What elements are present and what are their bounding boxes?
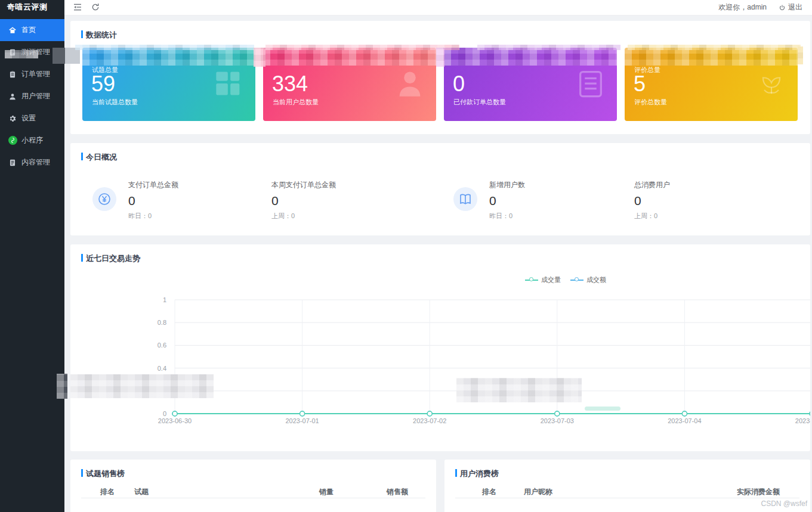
card-bottom-label: 当前用户总数量 — [273, 98, 319, 107]
welcome-text: 欢迎你，admin — [718, 2, 767, 13]
stat-card-users: 334 当前用户总数量 — [263, 48, 436, 121]
censor-mosaic — [70, 374, 214, 398]
metric-sub: 昨日：0 — [128, 212, 263, 221]
censor-mosaic — [75, 45, 254, 50]
legend-marker-icon — [525, 280, 538, 281]
document-icon — [8, 158, 17, 167]
grid-icon — [214, 67, 245, 100]
svg-text:0.4: 0.4 — [158, 365, 166, 372]
collapse-sidebar-icon[interactable] — [73, 2, 84, 13]
svg-text:2023-07-05: 2023-07-05 — [795, 417, 810, 424]
table-divider — [81, 498, 425, 498]
censor-mosaic — [57, 374, 67, 399]
section-title-sales-rank: 试题销售榜 — [81, 468, 125, 479]
miniprogram-icon — [8, 136, 17, 145]
censor-mosaic — [628, 45, 801, 50]
column-header-rank: 排名 — [100, 487, 115, 497]
stat-card-paid-orders: 0 已付款订单总数量 — [444, 48, 617, 121]
card-value: 0 — [453, 72, 465, 97]
metric-week-paid-total: 本周支付订单总金额 0 上周：0 — [271, 180, 406, 221]
sidebar-item-miniprogram[interactable]: 小程序 — [0, 129, 64, 151]
censor-mosaic — [585, 407, 620, 411]
censor-mosaic — [477, 45, 620, 50]
svg-text:1: 1 — [163, 296, 166, 303]
metric-value: 0 — [271, 194, 406, 208]
stats-panel: 数据统计 试题总量 59 当前试题总数量 334 当前用户总数量 0 已付款订单… — [70, 21, 810, 134]
section-title-trend: 近七日交易走势 — [81, 253, 140, 264]
metric-value: 0 — [128, 194, 263, 208]
censor-mosaic — [798, 46, 803, 64]
section-title-today: 今日概况 — [81, 152, 117, 163]
today-panel: 今日概况 支付订单总金额 0 昨日：0 本周支付订单总金额 0 上周：0 新增用… — [70, 143, 810, 235]
column-header-actual-amount: 实际消费金额 — [737, 487, 780, 497]
refresh-icon[interactable] — [91, 2, 101, 13]
metric-paid-total: 支付订单总金额 0 昨日：0 — [128, 180, 263, 221]
sidebar-menu: 首页 测评管理 订单管理 — [0, 19, 64, 173]
flower-icon — [756, 67, 787, 100]
watermark: CSDN @wsfef — [761, 499, 807, 508]
svg-text:2023-07-02: 2023-07-02 — [413, 417, 446, 424]
sidebar-item-content[interactable]: 内容管理 — [0, 151, 64, 173]
censor-mosaic — [456, 378, 582, 402]
sales-rank-panel: 试题销售榜 排名 试题 销量 销售额 — [70, 460, 436, 512]
sidebar-item-settings[interactable]: 设置 — [0, 107, 64, 129]
svg-text:2023-07-01: 2023-07-01 — [285, 417, 319, 424]
sidebar-item-label: 小程序 — [21, 129, 43, 151]
metric-value: 0 — [634, 194, 768, 208]
metric-consuming-users: 总消费用户 0 上周：0 — [634, 180, 768, 221]
card-bottom-label: 当前试题总数量 — [92, 98, 138, 107]
book-icon — [453, 187, 477, 211]
sidebar-item-label: 订单管理 — [21, 63, 50, 85]
metric-label: 本周支付订单总金额 — [271, 180, 406, 190]
home-icon — [8, 26, 17, 35]
list-icon — [575, 67, 606, 100]
logout-button[interactable]: 退出 — [779, 2, 802, 13]
section-title-stats: 数据统计 — [81, 30, 117, 41]
card-bottom-label: 评价总数量 — [634, 98, 667, 107]
metric-value: 0 — [489, 194, 623, 208]
censor-mosaic — [263, 48, 436, 66]
app-logo: 奇喵云评测 — [0, 0, 64, 15]
table-divider — [455, 498, 799, 498]
sidebar-item-orders[interactable]: 订单管理 — [0, 63, 64, 85]
card-value: 5 — [634, 72, 646, 97]
chart-legend: 成交量成交额 — [525, 275, 606, 284]
metric-new-users: 新增用户数 0 昨日：0 — [489, 180, 623, 221]
svg-text:0.8: 0.8 — [158, 319, 166, 326]
consume-rank-panel: 用户消费榜 排名 用户昵称 实际消费金额 — [444, 460, 810, 512]
section-title-consume-rank: 用户消费榜 — [455, 468, 499, 479]
sidebar-item-home[interactable]: 首页 — [0, 19, 64, 41]
censor-mosaic — [436, 48, 444, 67]
trend-line-chart: 00.20.40.60.812023-06-302023-07-012023-0… — [70, 295, 810, 438]
stat-card-questions: 试题总量 59 当前试题总数量 — [82, 48, 255, 121]
sidebar: 奇喵云评测 首页 测评管理 — [0, 0, 64, 512]
sidebar-item-users[interactable]: 用户管理 — [0, 85, 64, 107]
yen-circle-icon — [92, 187, 116, 211]
power-icon — [779, 4, 786, 11]
gear-icon — [8, 114, 17, 123]
card-value: 59 — [91, 72, 115, 97]
sidebar-item-label: 首页 — [21, 19, 36, 41]
column-header-rank: 排名 — [482, 487, 496, 497]
metric-sub: 上周：0 — [271, 212, 406, 221]
censor-mosaic — [53, 48, 80, 64]
svg-text:2023-06-30: 2023-06-30 — [158, 417, 192, 424]
sidebar-item-label: 设置 — [21, 107, 36, 129]
column-header-sales-amount: 销售额 — [387, 487, 408, 497]
svg-text:0.6: 0.6 — [158, 342, 166, 349]
censor-mosaic — [254, 48, 265, 67]
svg-text:0: 0 — [163, 410, 166, 417]
metric-label: 支付订单总金额 — [128, 180, 263, 190]
user-icon — [394, 67, 425, 100]
card-value: 334 — [272, 72, 308, 97]
censor-mosaic — [625, 48, 798, 66]
legend-item[interactable]: 成交额 — [570, 275, 606, 284]
legend-item[interactable]: 成交量 — [525, 275, 561, 284]
clipboard-icon — [8, 70, 17, 79]
metric-label: 总消费用户 — [634, 180, 768, 190]
censor-mosaic — [444, 48, 617, 66]
card-bottom-label: 已付款订单总数量 — [453, 98, 506, 107]
legend-marker-icon — [570, 280, 583, 281]
censor-mosaic — [5, 50, 38, 58]
column-header-nickname: 用户昵称 — [524, 487, 552, 497]
